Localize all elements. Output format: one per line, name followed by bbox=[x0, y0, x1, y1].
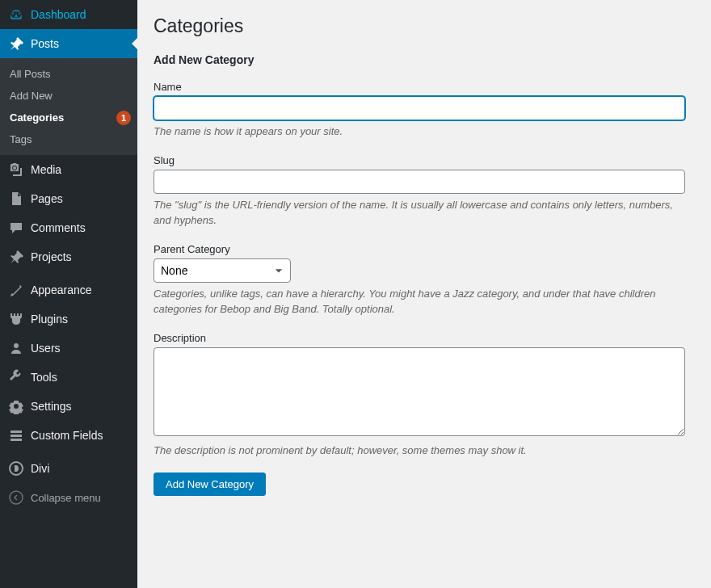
menu-item-plugins[interactable]: Plugins bbox=[0, 304, 137, 334]
menu-label: Settings bbox=[31, 400, 72, 413]
submenu-add-new[interactable]: Add New bbox=[0, 85, 137, 107]
dashboard-icon bbox=[8, 6, 24, 23]
menu-item-pages[interactable]: Pages bbox=[0, 184, 137, 213]
appearance-icon bbox=[8, 282, 24, 298]
slug-help: The "slug" is the URL-friendly version o… bbox=[154, 197, 685, 229]
field-description: Description The description is not promi… bbox=[154, 332, 695, 459]
menu-item-tools[interactable]: Tools bbox=[0, 363, 137, 392]
add-category-button[interactable]: Add New Category bbox=[154, 472, 266, 496]
menu-item-media[interactable]: Media bbox=[0, 155, 137, 184]
menu-label: Divi bbox=[31, 462, 49, 475]
field-parent: Parent Category None Categories, unlike … bbox=[154, 243, 695, 317]
menu-label: Users bbox=[31, 342, 61, 355]
users-icon bbox=[8, 340, 24, 356]
slug-input[interactable] bbox=[154, 170, 685, 194]
svg-point-1 bbox=[10, 491, 23, 504]
collapse-label: Collapse menu bbox=[31, 492, 101, 504]
menu-label: Appearance bbox=[31, 284, 92, 296]
menu-label: Media bbox=[31, 163, 61, 176]
settings-icon bbox=[8, 398, 24, 414]
main-content: Categories Add New Category Name The nam… bbox=[137, 0, 711, 588]
field-name: Name The name is how it appears on your … bbox=[154, 81, 695, 140]
description-label: Description bbox=[154, 332, 695, 344]
menu-label: Tools bbox=[31, 371, 57, 384]
menu-item-projects[interactable]: Projects bbox=[0, 242, 137, 271]
menu-label: Pages bbox=[31, 192, 63, 205]
menu-item-dashboard[interactable]: Dashboard bbox=[0, 0, 137, 29]
parent-select[interactable]: None bbox=[154, 258, 291, 283]
posts-submenu: All Posts Add New Categories 1 Tags bbox=[0, 58, 137, 155]
field-slug: Slug The "slug" is the URL-friendly vers… bbox=[154, 154, 695, 229]
menu-item-users[interactable]: Users bbox=[0, 334, 137, 363]
submenu-label: Categories bbox=[10, 111, 64, 124]
menu-item-appearance[interactable]: Appearance bbox=[0, 275, 137, 304]
pin-icon bbox=[8, 36, 24, 52]
menu-label: Projects bbox=[31, 250, 72, 263]
custom-fields-icon bbox=[8, 427, 24, 443]
menu-label: Posts bbox=[31, 37, 59, 50]
plugins-icon bbox=[8, 311, 24, 327]
submenu-tags[interactable]: Tags bbox=[0, 128, 137, 150]
collapse-menu[interactable]: Collapse menu bbox=[0, 483, 137, 512]
media-icon bbox=[8, 162, 24, 178]
menu-item-posts[interactable]: Posts bbox=[0, 29, 137, 58]
menu-label: Dashboard bbox=[31, 8, 86, 21]
description-help: The description is not prominent by defa… bbox=[154, 443, 685, 459]
divi-icon bbox=[8, 460, 24, 477]
menu-item-divi[interactable]: Divi bbox=[0, 454, 137, 483]
pin-icon bbox=[8, 249, 24, 265]
parent-label: Parent Category bbox=[154, 243, 695, 255]
menu-label: Comments bbox=[31, 221, 86, 234]
section-title: Add New Category bbox=[154, 53, 695, 66]
slug-label: Slug bbox=[154, 154, 695, 166]
parent-help: Categories, unlike tags, can have a hier… bbox=[154, 286, 685, 317]
name-label: Name bbox=[154, 81, 695, 93]
menu-label: Plugins bbox=[31, 313, 68, 326]
comments-icon bbox=[8, 220, 24, 236]
page-title: Categories bbox=[154, 8, 695, 53]
menu-item-custom-fields[interactable]: Custom Fields bbox=[0, 421, 137, 450]
menu-item-comments[interactable]: Comments bbox=[0, 213, 137, 242]
collapse-icon bbox=[8, 489, 24, 506]
pages-icon bbox=[8, 191, 24, 207]
description-textarea[interactable] bbox=[154, 347, 685, 436]
submenu-categories[interactable]: Categories 1 bbox=[0, 107, 137, 128]
name-help: The name is how it appears on your site. bbox=[154, 124, 685, 140]
name-input[interactable] bbox=[154, 96, 685, 120]
menu-item-settings[interactable]: Settings bbox=[0, 392, 137, 421]
tools-icon bbox=[8, 369, 24, 385]
annotation-badge: 1 bbox=[116, 111, 131, 125]
menu-label: Custom Fields bbox=[31, 429, 103, 442]
submenu-all-posts[interactable]: All Posts bbox=[0, 63, 137, 85]
admin-sidebar: Dashboard Posts All Posts Add New Catego… bbox=[0, 0, 137, 588]
